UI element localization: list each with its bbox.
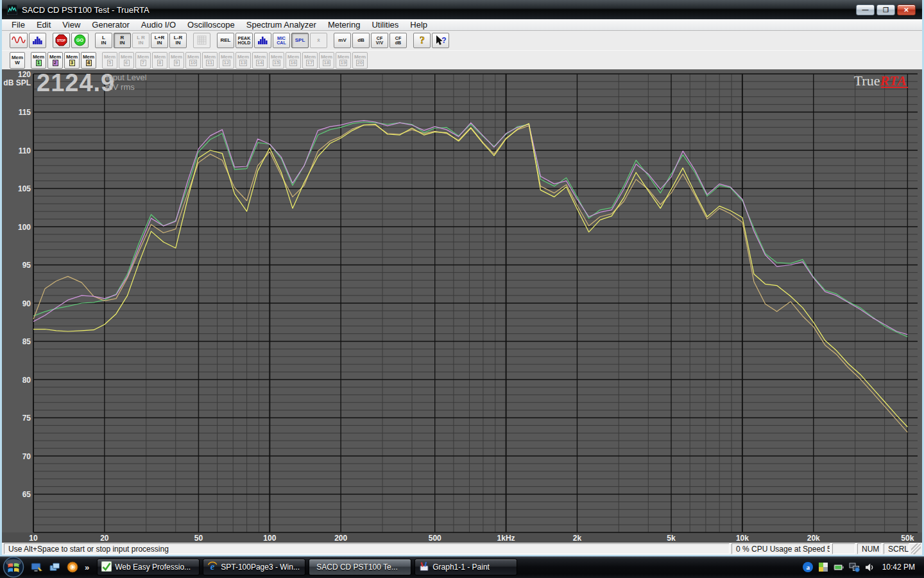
menu-help[interactable]: Help: [404, 19, 433, 30]
menu-metering[interactable]: Metering: [322, 19, 366, 30]
quick-launch-overflow-chevron[interactable]: »: [83, 563, 90, 572]
taskbar-clock[interactable]: 10:42 PM: [880, 563, 919, 572]
memory-w-button[interactable]: MemW: [10, 52, 25, 69]
status-empty-panel: [832, 543, 855, 554]
menu-utilities[interactable]: Utilities: [366, 19, 404, 30]
menu-spectrum-analyzer[interactable]: Spectrum Analyzer: [241, 19, 322, 30]
input-level-label: Input Level mV rms: [106, 73, 147, 92]
spectrum-display-button[interactable]: [254, 33, 271, 48]
relative-mode-button[interactable]: REL: [217, 33, 234, 48]
millivolt-units-button[interactable]: mV: [334, 33, 351, 48]
start-button[interactable]: [3, 556, 24, 578]
go-button[interactable]: GO: [71, 33, 89, 48]
memory-17-button[interactable]: Mem17: [302, 52, 318, 69]
switch-windows-icon[interactable]: [47, 560, 62, 574]
tray-app-grid-icon[interactable]: [818, 562, 829, 573]
scroll-lock-indicator: SCRL: [884, 543, 909, 554]
memory-12-button[interactable]: Mem12: [219, 52, 234, 69]
grid-toggle-button[interactable]: [193, 33, 210, 48]
show-desktop-icon[interactable]: [30, 560, 44, 574]
taskbar-button-truerta[interactable]: SACD CD PST100 Te...: [309, 559, 411, 575]
restore-button[interactable]: ❐: [877, 4, 895, 15]
menu-view[interactable]: View: [56, 19, 86, 30]
memory-4-swatch: 4: [86, 60, 92, 66]
peak-hold-button[interactable]: PEAKHOLD: [235, 33, 253, 48]
x-tick-50: 50: [194, 534, 203, 543]
memory-5-button[interactable]: Mem5: [102, 52, 117, 69]
memory-2-button[interactable]: Mem2: [47, 52, 63, 69]
spectrum-generator-button[interactable]: [29, 33, 46, 48]
y-tick-105: 105: [18, 184, 31, 193]
memory-7-swatch: 7: [141, 60, 146, 66]
resize-grip[interactable]: [911, 543, 921, 554]
decibel-units-button[interactable]: dB: [352, 33, 370, 48]
memory-13-button[interactable]: Mem13: [235, 52, 251, 69]
main-toolbar: STOPGOLINRINL RINL+RINL-RINRELPEAKHOLDMI…: [2, 31, 922, 50]
mic-cal-button[interactable]: MICCAL: [273, 33, 290, 48]
sum-input-button[interactable]: L+RIN: [151, 33, 168, 48]
memory-14-button[interactable]: Mem14: [252, 52, 268, 69]
y-tick-70: 70: [22, 452, 31, 461]
menu-audio-i-o[interactable]: Audio I/O: [135, 19, 182, 30]
x-tick-1kHz: 1kHz: [497, 534, 515, 543]
right-input-button[interactable]: RIN: [114, 33, 131, 48]
crest-factor-vv-button[interactable]: CFV/V: [371, 33, 388, 48]
crest-factor-db-button[interactable]: CFdB: [389, 33, 407, 48]
memory-9-button[interactable]: Mem9: [169, 52, 184, 69]
trace-mem-3: [33, 123, 907, 426]
y-tick-65: 65: [22, 490, 31, 499]
memory-20-button[interactable]: Mem20: [352, 52, 368, 69]
average-button[interactable]: x̃: [310, 33, 327, 48]
memory-16-button[interactable]: Mem16: [286, 52, 301, 69]
left-input-button[interactable]: LIN: [95, 33, 112, 48]
memory-15-swatch: 15: [273, 60, 281, 66]
memory-7-button[interactable]: Mem7: [135, 52, 151, 69]
memory-16-swatch: 16: [289, 60, 298, 66]
memory-6-button[interactable]: Mem6: [119, 52, 134, 69]
y-tick-110: 110: [19, 146, 31, 155]
memory-20-swatch: 20: [356, 60, 364, 66]
volume-icon[interactable]: [864, 562, 875, 573]
memory-8-button[interactable]: Mem8: [152, 52, 167, 69]
menu-edit[interactable]: Edit: [31, 19, 56, 30]
help-button[interactable]: ?: [413, 33, 431, 48]
svg-text:?: ?: [441, 35, 446, 44]
x-tick-10k: 10k: [736, 534, 749, 543]
titlebar[interactable]: SACD CD PST100 Test - TrueRTA — ❐ ✕: [2, 0, 922, 19]
media-player-icon[interactable]: [65, 560, 80, 574]
task-label: Web Easy Professio...: [115, 563, 191, 572]
minimize-button[interactable]: —: [856, 4, 875, 15]
window-title: SACD CD PST100 Test - TrueRTA: [22, 5, 150, 15]
taskbar-button-paint[interactable]: Graph1-1 - Paint: [415, 559, 517, 575]
memory-3-button[interactable]: Mem3: [64, 52, 80, 69]
memory-4-button[interactable]: Mem4: [81, 52, 96, 69]
memory-9-swatch: 9: [174, 60, 180, 66]
context-help-button[interactable]: ?: [432, 33, 449, 48]
menu-oscilloscope[interactable]: Oscilloscope: [182, 19, 241, 30]
stereo-input-button[interactable]: L RIN: [132, 33, 150, 48]
taskbar-button-webeasy[interactable]: Web Easy Professio...: [97, 559, 200, 575]
memory-15-button[interactable]: Mem15: [269, 52, 284, 69]
close-button[interactable]: ✕: [897, 4, 916, 15]
sine-generator-button[interactable]: [10, 33, 28, 48]
memory-10-button[interactable]: Mem10: [185, 52, 201, 69]
taskbar-button-ie[interactable]: eSPT-100Page3 - Win...: [203, 559, 305, 575]
battery-icon[interactable]: [834, 562, 844, 573]
spectrum-display-icon: [257, 35, 269, 46]
memory-19-swatch: 19: [339, 60, 348, 66]
network-icon[interactable]: [849, 562, 860, 573]
trace-mem-4: [33, 125, 907, 432]
memory-11-button[interactable]: Mem11: [202, 52, 218, 69]
stop-button[interactable]: STOP: [53, 33, 70, 48]
diff-input-button[interactable]: L-RIN: [169, 33, 187, 48]
menu-file[interactable]: File: [6, 19, 31, 30]
x-tick-50k: 50k: [901, 534, 914, 543]
spl-mode-button[interactable]: SPL: [291, 33, 309, 48]
menu-generator[interactable]: Generator: [86, 19, 135, 30]
memory-18-button[interactable]: Mem18: [319, 52, 334, 69]
memory-1-button[interactable]: Mem1: [31, 52, 46, 69]
memory-19-button[interactable]: Mem19: [336, 52, 351, 69]
tray-app-a-icon[interactable]: a: [803, 562, 814, 573]
x-tick-100: 100: [263, 534, 276, 543]
memory-17-swatch: 17: [306, 60, 314, 66]
